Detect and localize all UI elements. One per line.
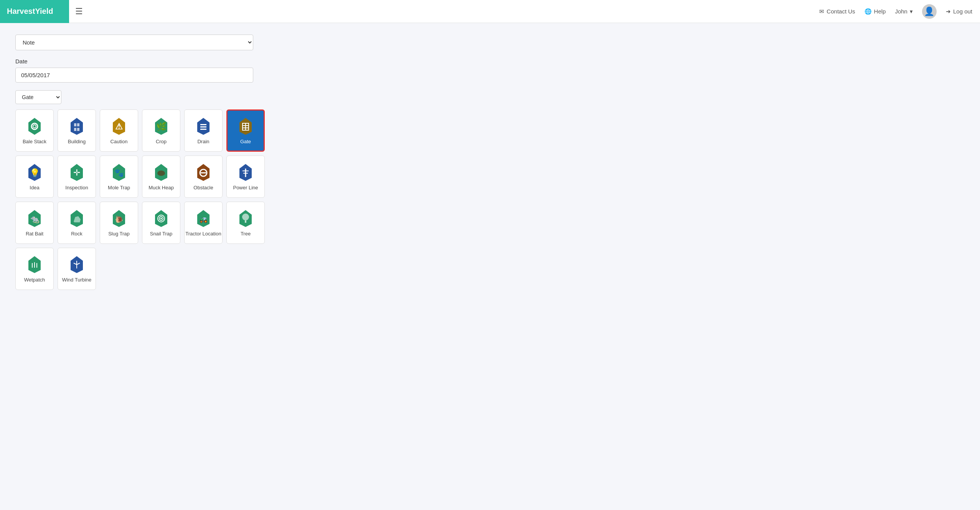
icon-tile-caution[interactable]: ⚠Caution	[100, 109, 138, 152]
rock-icon	[68, 209, 86, 228]
icon-tile-slug-trap[interactable]: 🐌Slug Trap	[100, 202, 138, 244]
svg-text:⚠: ⚠	[115, 122, 123, 131]
slug-trap-icon: 🐌	[110, 209, 128, 228]
inspection-icon: ✛	[68, 163, 86, 182]
icon-tile-mole-trap[interactable]: 🐾Mole Trap	[100, 156, 138, 198]
help-link[interactable]: 🌐 Help	[865, 8, 886, 15]
icon-tile-tree[interactable]: Tree	[226, 202, 265, 244]
mole-trap-icon: 🐾	[110, 163, 128, 182]
icon-grid: Bale StackBuilding⚠Caution🌿CropDrainGate…	[15, 109, 284, 290]
app-title: HarvestYield	[7, 7, 53, 16]
svg-text:🐾: 🐾	[114, 168, 124, 177]
obstacle-icon	[194, 163, 213, 182]
gate-icon	[236, 117, 255, 136]
idea-icon: 💡	[25, 163, 44, 182]
muck-heap-label: Muck Heap	[148, 185, 174, 190]
caution-label: Caution	[111, 139, 128, 144]
icon-tile-wetpatch[interactable]: Wetpatch	[15, 248, 54, 290]
snail-trap-icon	[152, 209, 170, 228]
icon-tile-bale-stack[interactable]: Bale Stack	[15, 109, 54, 152]
svg-rect-8	[200, 124, 206, 125]
tractor-location-label: Tractor Location	[185, 231, 221, 237]
logout-icon: ➜	[946, 8, 951, 15]
svg-text:✛: ✛	[73, 168, 80, 177]
svg-point-31	[242, 214, 249, 220]
icon-tile-drain[interactable]: Drain	[184, 109, 223, 152]
icon-tile-rat-bait[interactable]: 🐀Rat Bait	[15, 202, 54, 244]
svg-rect-5	[77, 128, 79, 131]
icon-tile-obstacle[interactable]: Obstacle	[184, 156, 223, 198]
caution-icon: ⚠	[110, 117, 128, 136]
gate-label: Gate	[240, 139, 251, 144]
building-label: Building	[68, 139, 86, 144]
mole-trap-label: Mole Trap	[108, 185, 130, 190]
avatar[interactable]: 👤	[922, 4, 937, 19]
contact-us-link[interactable]: ✉ Contact Us	[819, 8, 855, 15]
svg-text:💡: 💡	[30, 168, 40, 178]
svg-rect-4	[74, 128, 76, 131]
icon-tile-tractor-location[interactable]: 🚜Tractor Location	[184, 202, 223, 244]
power-line-icon	[236, 163, 255, 182]
rat-bait-label: Rat Bait	[26, 231, 43, 237]
idea-label: Idea	[30, 185, 39, 190]
inspection-label: Inspection	[65, 185, 88, 190]
wetpatch-label: Wetpatch	[24, 277, 45, 283]
svg-text:🐌: 🐌	[115, 215, 124, 224]
icon-tile-rock[interactable]: Rock	[58, 202, 96, 244]
svg-text:🌿: 🌿	[156, 121, 167, 132]
icon-tile-inspection[interactable]: ✛Inspection	[58, 156, 96, 198]
icon-tile-muck-heap[interactable]: Muck Heap	[142, 156, 180, 198]
svg-rect-9	[200, 126, 206, 128]
icon-tile-power-line[interactable]: Power Line	[226, 156, 265, 198]
tree-icon	[236, 209, 255, 228]
date-label: Date	[15, 58, 330, 65]
building-icon	[68, 117, 86, 136]
svg-rect-32	[245, 220, 246, 223]
icon-tile-wind-turbine[interactable]: Wind Turbine	[58, 248, 96, 290]
note-select[interactable]: Note	[15, 35, 253, 50]
type-select[interactable]: Gate Note Task	[15, 90, 61, 104]
user-menu[interactable]: John ▾	[895, 8, 913, 15]
header: HarvestYield ☰ ✉ Contact Us 🌐 Help John …	[0, 0, 980, 23]
wind-turbine-icon	[68, 255, 86, 274]
wetpatch-icon	[25, 255, 44, 274]
crop-icon: 🌿	[152, 117, 170, 136]
tree-label: Tree	[241, 231, 251, 237]
icon-tile-building[interactable]: Building	[58, 109, 96, 152]
svg-rect-10	[200, 129, 206, 130]
hamburger-button[interactable]: ☰	[75, 7, 83, 17]
icon-tile-snail-trap[interactable]: Snail Trap	[142, 202, 180, 244]
icon-tile-crop[interactable]: 🌿Crop	[142, 109, 180, 152]
avatar-icon: 👤	[924, 7, 934, 17]
crop-label: Crop	[156, 139, 167, 144]
svg-text:🐀: 🐀	[30, 214, 40, 224]
mail-icon: ✉	[819, 8, 824, 15]
logout-link[interactable]: ➜ Log out	[946, 8, 972, 15]
tractor-location-icon: 🚜	[194, 209, 213, 228]
slug-trap-label: Slug Trap	[108, 231, 130, 237]
main-content: Note Date Gate Note Task Bale StackBuild…	[0, 23, 345, 305]
header-nav: ✉ Contact Us 🌐 Help John ▾ 👤 ➜ Log out	[819, 4, 972, 19]
power-line-label: Power Line	[233, 185, 258, 190]
bale-stack-label: Bale Stack	[23, 139, 46, 144]
chevron-down-icon: ▾	[910, 8, 913, 15]
help-icon: 🌐	[865, 8, 872, 15]
date-input[interactable]	[15, 68, 253, 83]
svg-rect-3	[77, 123, 79, 126]
rock-label: Rock	[71, 231, 82, 237]
svg-rect-2	[74, 123, 76, 126]
logo: HarvestYield	[0, 0, 69, 23]
drain-label: Drain	[197, 139, 209, 144]
rat-bait-icon: 🐀	[25, 209, 44, 228]
svg-point-29	[160, 218, 162, 219]
wind-turbine-label: Wind Turbine	[62, 277, 92, 283]
drain-icon	[194, 117, 213, 136]
bale-stack-icon	[25, 117, 44, 136]
icon-tile-idea[interactable]: 💡Idea	[15, 156, 54, 198]
svg-text:🚜: 🚜	[199, 215, 208, 224]
obstacle-label: Obstacle	[193, 185, 213, 190]
icon-tile-gate[interactable]: Gate	[226, 109, 265, 152]
muck-heap-icon	[152, 163, 170, 182]
svg-point-18	[157, 171, 165, 176]
snail-trap-label: Snail Trap	[150, 231, 173, 237]
